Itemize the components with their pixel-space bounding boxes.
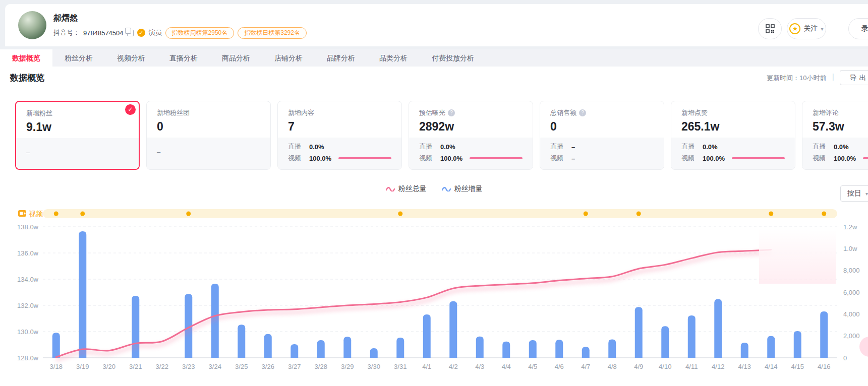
- card-new-comments[interactable]: 新增评论 57.3w 直播0.0% 视频100.0%: [802, 101, 868, 170]
- video-post-dot[interactable]: [584, 212, 588, 216]
- video-post-dot[interactable]: [186, 212, 191, 216]
- bar-3/25[interactable]: [238, 325, 245, 358]
- live-value: 0.0%: [703, 143, 718, 151]
- live-label: 直播: [681, 142, 703, 151]
- bar-4/11[interactable]: [688, 315, 696, 358]
- x-axis-tick: 3/19: [76, 363, 89, 370]
- card-empty-detail: –: [26, 149, 129, 156]
- video-value: 100.0%: [440, 155, 462, 162]
- bar-3/26[interactable]: [264, 334, 272, 358]
- help-icon[interactable]: ?: [448, 109, 455, 116]
- video-label: 视频: [288, 154, 309, 163]
- record-button[interactable]: 录制: [848, 18, 868, 39]
- stat-cards-row: 新增粉丝 9.1w ✓ – 新增粉丝团 0 – 新增内容 7 直播0.0% 视频…: [15, 101, 868, 171]
- live-value: 0.0%: [309, 143, 324, 151]
- x-axis-tick: 4/13: [738, 363, 751, 370]
- live-label: 直播: [419, 142, 440, 151]
- video-label: 视频: [813, 154, 834, 163]
- live-value: 0.0%: [440, 143, 455, 151]
- bar-4/8[interactable]: [608, 339, 616, 358]
- bar-4/9[interactable]: [635, 307, 643, 358]
- bar-4/6[interactable]: [555, 340, 563, 358]
- bar-4/1[interactable]: [423, 314, 431, 358]
- x-axis-tick: 3/31: [394, 363, 407, 370]
- bar-4/2[interactable]: [449, 301, 457, 358]
- verified-icon: ✓: [137, 29, 145, 37]
- video-post-dot[interactable]: [80, 212, 85, 216]
- video-value: 100.0%: [703, 155, 725, 162]
- analytics-page: 郝熠然 抖音号：97848574504 ✓ 演员 指数榜周榜第2950名 指数榜…: [0, 0, 868, 386]
- video-post-dot[interactable]: [54, 212, 59, 216]
- bar-4/4[interactable]: [502, 342, 510, 358]
- live-value: –: [571, 143, 575, 151]
- tab-data-overview[interactable]: 数据概览: [0, 49, 52, 67]
- fans-trend-chart: 视频 128.0w130.0w132.0w134.0w136.0w138.0w0…: [0, 199, 868, 380]
- weekly-rank-badge[interactable]: 指数榜周榜第2950名: [165, 27, 235, 39]
- bar-3/27[interactable]: [291, 344, 298, 358]
- x-axis-tick: 3/24: [209, 363, 221, 370]
- x-axis-tick: 3/22: [156, 363, 168, 370]
- bar-3/28[interactable]: [317, 340, 325, 358]
- left-axis-tick: 130.0w: [17, 328, 39, 336]
- legend-total-fans[interactable]: 粉丝总量: [386, 184, 427, 194]
- card-new-fan-club[interactable]: 新增粉丝团 0 –: [146, 101, 271, 170]
- copy-icon[interactable]: [127, 30, 134, 36]
- x-axis-tick: 3/18: [50, 363, 63, 370]
- record-label: 录制: [861, 24, 868, 33]
- x-axis-tick: 4/15: [791, 363, 804, 370]
- right-axis-tick: 4,000: [843, 310, 860, 318]
- bar-3/31[interactable]: [396, 338, 404, 358]
- bar-4/16[interactable]: [820, 311, 828, 358]
- tab-brand-analysis[interactable]: 品牌分析: [315, 49, 367, 67]
- legend-fan-increment[interactable]: 粉丝增量: [442, 184, 483, 194]
- video-post-dot[interactable]: [398, 212, 402, 216]
- daily-rank-badge[interactable]: 指数榜日榜第3292名: [238, 27, 307, 39]
- bar-4/7[interactable]: [582, 347, 590, 358]
- avatar[interactable]: [18, 11, 46, 39]
- bar-4/12[interactable]: [714, 299, 722, 358]
- export-button[interactable]: 导出: [840, 70, 868, 85]
- bar-3/19[interactable]: [79, 231, 86, 358]
- video-share-bar: [863, 157, 868, 159]
- x-axis-tick: 3/25: [235, 363, 248, 370]
- bar-4/14[interactable]: [767, 336, 775, 358]
- video-share-bar: [338, 157, 391, 159]
- tab-fans-analysis[interactable]: 粉丝分析: [52, 49, 105, 67]
- video-label: 视频: [681, 154, 703, 163]
- bar-4/3[interactable]: [476, 337, 484, 358]
- card-estimated-exposure[interactable]: 预估曝光? 2892w 直播0.0% 视频100.0%: [409, 101, 533, 170]
- follow-button[interactable]: ★ 关注 ▾: [787, 18, 826, 39]
- left-axis-tick: 136.0w: [17, 249, 39, 257]
- qr-code-button[interactable]: [758, 18, 782, 39]
- video-post-dot[interactable]: [636, 212, 641, 216]
- tab-shop-analysis[interactable]: 店铺分析: [262, 49, 315, 67]
- tab-video-analysis[interactable]: 视频分析: [105, 49, 157, 67]
- bar-3/29[interactable]: [343, 337, 351, 358]
- bar-3/18[interactable]: [52, 333, 60, 358]
- bar-3/30[interactable]: [370, 348, 378, 358]
- card-empty-detail: –: [157, 148, 260, 156]
- update-time: 更新时间：10小时前: [767, 74, 826, 83]
- bar-4/10[interactable]: [661, 326, 669, 358]
- card-new-content[interactable]: 新增内容 7 直播0.0% 视频100.0%: [277, 101, 402, 170]
- bar-4/15[interactable]: [794, 331, 801, 358]
- help-icon[interactable]: ?: [579, 109, 586, 116]
- x-axis-tick: 4/3: [475, 363, 484, 370]
- tab-category-analysis[interactable]: 品类分析: [367, 49, 420, 67]
- tab-paid-promotion-analysis[interactable]: 付费投放分析: [420, 49, 486, 67]
- x-axis-tick: 4/2: [449, 363, 458, 370]
- video-post-dot[interactable]: [769, 212, 773, 216]
- chevron-down-icon: ▾: [865, 191, 868, 197]
- video-post-dot[interactable]: [822, 212, 826, 216]
- card-new-fans[interactable]: 新增粉丝 9.1w ✓ –: [15, 101, 140, 170]
- card-new-likes[interactable]: 新增点赞 265.1w 直播0.0% 视频100.0%: [671, 101, 795, 170]
- x-axis-tick: 3/21: [129, 363, 142, 370]
- tab-live-analysis[interactable]: 直播分析: [157, 49, 210, 67]
- bar-4/13[interactable]: [741, 343, 748, 358]
- live-label: 直播: [813, 142, 834, 151]
- tab-product-analysis[interactable]: 商品分析: [210, 49, 262, 67]
- card-total-sales[interactable]: 总销售额? 0 直播– 视频–: [540, 101, 664, 170]
- qr-code-icon: [766, 24, 775, 33]
- bar-4/5[interactable]: [529, 340, 537, 358]
- x-axis-tick: 3/29: [341, 363, 354, 370]
